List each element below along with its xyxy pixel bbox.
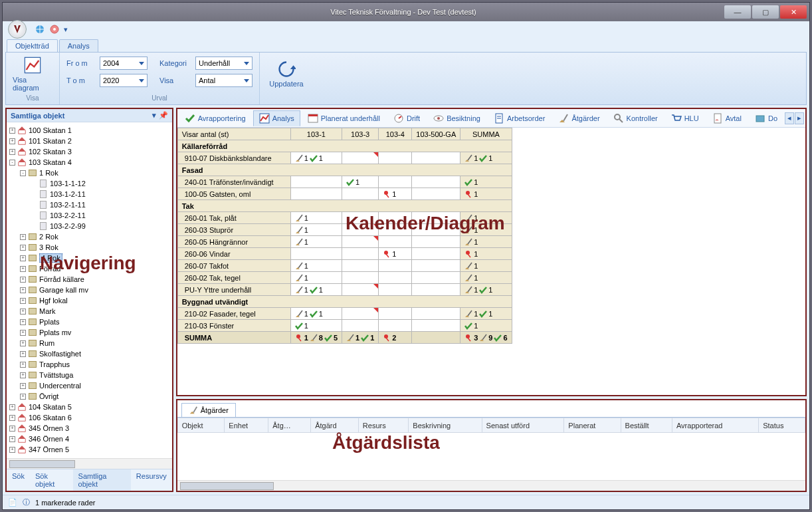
- action-col-header[interactable]: Åtg…: [268, 418, 311, 433]
- grid-cell[interactable]: [342, 260, 379, 272]
- action-col-header[interactable]: Beskrivning: [409, 418, 482, 433]
- grid-cell[interactable]: 1: [290, 224, 342, 236]
- grid-group-header[interactable]: Tak: [177, 200, 512, 212]
- visa-select[interactable]: Antal: [195, 74, 253, 87]
- grid-cell[interactable]: 1: [460, 212, 512, 224]
- grid-cell[interactable]: 1: [379, 188, 412, 200]
- grid-row-label[interactable]: 260-01 Tak, plåt: [177, 212, 290, 224]
- grid-col-header[interactable]: 103-4: [379, 128, 412, 140]
- uppdatera-button[interactable]: Uppdatera: [266, 55, 306, 92]
- expander-icon[interactable]: +: [9, 415, 15, 421]
- grid-row-label[interactable]: 260-05 Hängrännor: [177, 236, 290, 248]
- tree-item[interactable]: 103-1-2-11: [31, 189, 172, 199]
- tab-sok[interactable]: Sök: [7, 469, 30, 491]
- expander-icon[interactable]: +: [20, 362, 26, 368]
- grid-cell[interactable]: [290, 176, 342, 188]
- grid-cell[interactable]: [412, 224, 460, 236]
- action-col-header[interactable]: Senast utförd: [482, 418, 564, 433]
- actions-grid[interactable]: ObjektEnhetÅtg…ÅtgärdResursBeskrivningSe…: [177, 418, 805, 433]
- tree-item[interactable]: +Trapphus: [20, 359, 172, 370]
- expander-icon[interactable]: +: [20, 234, 26, 240]
- grid-col-header[interactable]: 103-3: [342, 128, 379, 140]
- tab-drift[interactable]: Drift: [387, 110, 426, 126]
- grid-cell[interactable]: 11: [460, 152, 512, 164]
- grid-cell[interactable]: 11: [460, 308, 512, 320]
- grid-cell[interactable]: [412, 188, 460, 200]
- action-col-header[interactable]: Objekt: [177, 418, 225, 433]
- expander-icon[interactable]: +: [9, 138, 15, 144]
- grid-cell[interactable]: 1: [290, 236, 342, 248]
- grid-cell[interactable]: [379, 272, 412, 284]
- grid-cell[interactable]: [412, 320, 460, 332]
- grid-cell[interactable]: [412, 236, 460, 248]
- grid-cell[interactable]: 1: [290, 212, 342, 224]
- tab-analys-main[interactable]: Analys: [253, 110, 300, 126]
- actions-scrollbar[interactable]: [177, 480, 805, 491]
- grid-cell[interactable]: [379, 308, 412, 320]
- expander-icon[interactable]: +: [20, 255, 26, 261]
- expander-icon[interactable]: +: [20, 309, 26, 315]
- grid-cell[interactable]: 11: [290, 152, 342, 164]
- tree-item[interactable]: +Hgf lokal: [20, 295, 172, 306]
- grid-row-label[interactable]: 240-01 Träfönster/invändigt: [177, 176, 290, 188]
- tab-sokobj[interactable]: Sök objekt: [30, 469, 73, 491]
- grid-cell[interactable]: [342, 248, 379, 260]
- expander-icon[interactable]: -: [20, 170, 26, 176]
- tree-item[interactable]: +Rum: [20, 338, 172, 348]
- grid-cell[interactable]: 1: [290, 260, 342, 272]
- grid-cell[interactable]: 1: [460, 320, 512, 332]
- chevron-down-icon[interactable]: ▾: [152, 111, 156, 120]
- tree-item[interactable]: +347 Örnen 5: [9, 444, 172, 455]
- grid-cell[interactable]: 11: [290, 308, 342, 320]
- grid-cell[interactable]: [342, 272, 379, 284]
- grid-group-header[interactable]: Fasad: [177, 164, 512, 176]
- actions-tab[interactable]: Åtgärder: [181, 403, 236, 417]
- tree-item[interactable]: +Undercentral: [20, 380, 172, 391]
- expander-icon[interactable]: +: [20, 330, 26, 336]
- grid-row-label[interactable]: 260-02 Tak, tegel: [177, 272, 290, 284]
- tree-item[interactable]: 103-1-1-12: [31, 178, 172, 189]
- grid-cell[interactable]: [412, 308, 460, 320]
- tree-item[interactable]: +106 Skatan 6: [9, 412, 172, 423]
- tree-item[interactable]: +Tvättstuga: [20, 370, 172, 380]
- action-col-header[interactable]: Status: [759, 418, 805, 433]
- tab-kontroller[interactable]: Kontroller: [607, 110, 664, 126]
- grid-cell[interactable]: [412, 212, 460, 224]
- action-col-header[interactable]: Beställt: [621, 418, 672, 433]
- grid-row-label[interactable]: 910-07 Diskbänksblandare: [177, 152, 290, 164]
- grid-cell[interactable]: [290, 188, 342, 200]
- expander-icon[interactable]: +: [20, 245, 26, 251]
- expander-icon[interactable]: +: [20, 277, 26, 283]
- grid-cell[interactable]: 11: [460, 284, 512, 296]
- tree-item[interactable]: +3 Rok: [20, 242, 172, 253]
- tree-item[interactable]: +Övrigt: [20, 391, 172, 402]
- grid-cell[interactable]: 1: [290, 320, 342, 332]
- close-button[interactable]: ✕: [780, 5, 807, 19]
- action-col-header[interactable]: Planerat: [564, 418, 621, 433]
- grid-cell[interactable]: [342, 236, 379, 248]
- grid-col-header[interactable]: 103-500-GA: [412, 128, 460, 140]
- help-icon[interactable]: [49, 24, 60, 35]
- grid-col-header[interactable]: SUMMA: [460, 128, 512, 140]
- tree-item[interactable]: 103-2-2-11: [31, 210, 172, 221]
- grid-cell[interactable]: [412, 272, 460, 284]
- tree-item[interactable]: +Mark: [20, 306, 172, 317]
- grid-cell[interactable]: [379, 236, 412, 248]
- horizontal-scrollbar[interactable]: [7, 458, 172, 469]
- grid-row-label[interactable]: 260-03 Stuprör: [177, 224, 290, 236]
- expander-icon[interactable]: +: [20, 319, 26, 325]
- tree-item[interactable]: +2 Rok: [20, 231, 172, 242]
- tree-item[interactable]: +Pplats mv: [20, 327, 172, 338]
- visa-diagram-button[interactable]: Visa diagram: [13, 55, 52, 92]
- grid-cell[interactable]: [412, 152, 460, 164]
- tab-dokument[interactable]: Do: [749, 110, 783, 126]
- grid-cell[interactable]: [379, 284, 412, 296]
- tab-objecttree[interactable]: Objektträd: [7, 39, 58, 52]
- kategori-select[interactable]: Underhåll: [195, 57, 253, 70]
- tree-item[interactable]: +104 Skatan 5: [9, 402, 172, 412]
- expander-icon[interactable]: +: [9, 436, 15, 442]
- grid-row-label[interactable]: PU-Y Yttre underhåll: [177, 284, 290, 296]
- grid-col-header[interactable]: 103-1: [290, 128, 342, 140]
- grid-row-label[interactable]: 210-03 Fönster: [177, 320, 290, 332]
- grid-cell[interactable]: [342, 308, 379, 320]
